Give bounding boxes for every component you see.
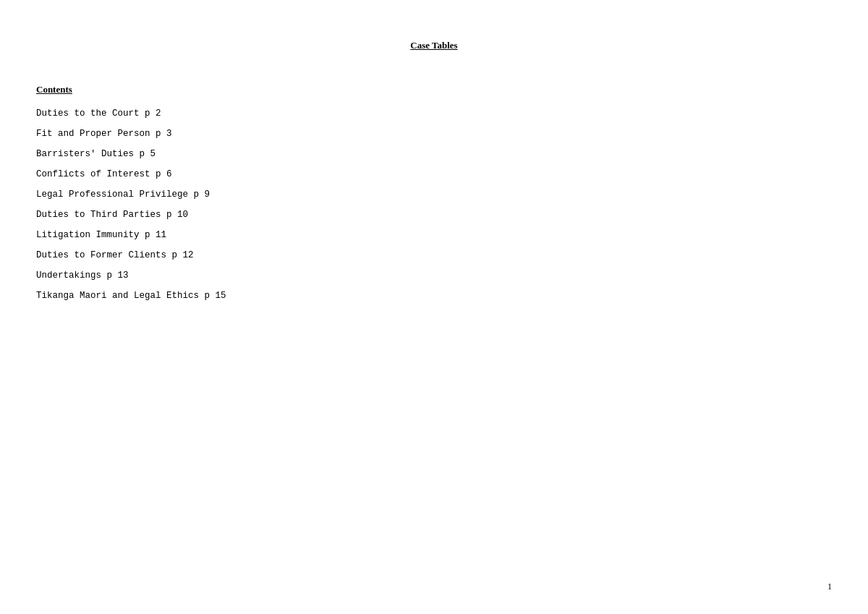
toc-item: Undertakings p 13 [36, 270, 832, 281]
toc-item: Fit and Proper Person p 3 [36, 129, 832, 139]
toc-item: Duties to Third Parties p 10 [36, 210, 832, 220]
page-title: Case Tables [36, 40, 832, 51]
page-number-footer: 1 [827, 581, 832, 592]
toc-list: Duties to the Court p 2Fit and Proper Pe… [36, 108, 832, 301]
toc-item: Conflicts of Interest p 6 [36, 169, 832, 179]
toc-item: Legal Professional Privilege p 9 [36, 189, 832, 200]
toc-item: Barristers' Duties p 5 [36, 149, 832, 159]
page: Case Tables Contents Duties to the Court… [0, 0, 868, 614]
toc-item: Duties to the Court p 2 [36, 108, 832, 119]
toc-item: Tikanga Maori and Legal Ethics p 15 [36, 291, 832, 301]
toc-item: Duties to Former Clients p 12 [36, 250, 832, 260]
toc-item: Litigation Immunity p 11 [36, 230, 832, 240]
contents-heading: Contents [36, 84, 832, 95]
